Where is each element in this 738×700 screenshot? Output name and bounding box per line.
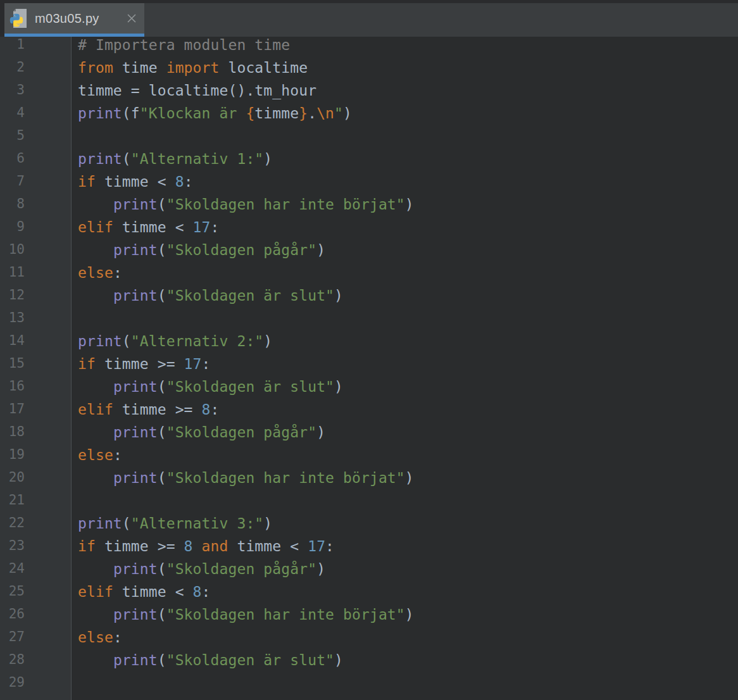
line-number[interactable]: 5 — [0, 128, 71, 151]
code-line[interactable] — [78, 128, 738, 151]
code-line[interactable]: if timme >= 8 and timme < 17: — [78, 538, 738, 561]
code-line[interactable]: print("Skoldagen har inte börjat") — [78, 470, 738, 492]
line-number[interactable]: 11 — [0, 265, 71, 287]
line-number[interactable]: 28 — [0, 652, 71, 675]
code-line[interactable]: print("Skoldagen har inte börjat") — [78, 196, 738, 219]
code-line[interactable]: print("Alternativ 3:") — [78, 515, 738, 538]
code-line[interactable]: print("Skoldagen är slut") — [78, 652, 738, 675]
code-line[interactable]: else: — [78, 447, 738, 470]
code-line[interactable] — [78, 675, 738, 697]
code-line[interactable]: elif timme >= 8: — [78, 401, 738, 424]
tab-close-icon[interactable] — [116, 12, 138, 25]
code-line[interactable]: print("Skoldagen har inte börjat") — [78, 606, 738, 629]
line-number[interactable]: 18 — [0, 424, 71, 447]
code-line[interactable]: elif timme < 8: — [78, 584, 738, 606]
line-number[interactable]: 21 — [0, 492, 71, 515]
code-line[interactable]: print("Skoldagen är slut") — [78, 378, 738, 401]
line-number[interactable]: 29 — [0, 675, 71, 697]
line-number[interactable]: 17 — [0, 401, 71, 424]
line-number[interactable]: 4 — [0, 105, 71, 128]
line-number[interactable]: 1 — [0, 37, 71, 59]
line-number[interactable]: 20 — [0, 470, 71, 492]
code-line[interactable]: print("Skoldagen pågår") — [78, 561, 738, 584]
line-number[interactable]: 22 — [0, 515, 71, 538]
line-number[interactable]: 24 — [0, 561, 71, 584]
line-number[interactable]: 10 — [0, 242, 71, 265]
code-line[interactable]: timme = localtime().tm_hour — [78, 82, 738, 105]
line-number[interactable]: 13 — [0, 310, 71, 333]
tab-m03u05[interactable]: m03u05.py — [4, 3, 144, 37]
code-line[interactable]: if timme >= 17: — [78, 356, 738, 378]
line-number[interactable]: 7 — [0, 173, 71, 196]
line-number[interactable]: 6 — [0, 151, 71, 173]
line-number[interactable]: 2 — [0, 59, 71, 82]
code-line[interactable]: print("Alternativ 1:") — [78, 151, 738, 173]
line-number[interactable]: 16 — [0, 378, 71, 401]
code-line[interactable]: if timme < 8: — [78, 173, 738, 196]
code-line[interactable]: print("Skoldagen pågår") — [78, 242, 738, 265]
code-area[interactable]: # Importera modulen timefrom time import… — [72, 37, 738, 700]
editor-tab-bar: m03u05.py — [0, 0, 738, 37]
line-number[interactable]: 15 — [0, 356, 71, 378]
line-number[interactable]: 26 — [0, 606, 71, 629]
code-line[interactable] — [78, 310, 738, 333]
line-number[interactable]: 19 — [0, 447, 71, 470]
code-line[interactable]: print("Skoldagen pågår") — [78, 424, 738, 447]
line-number[interactable]: 23 — [0, 538, 71, 561]
code-line[interactable]: print("Skoldagen är slut") — [78, 287, 738, 310]
code-line[interactable]: elif timme < 17: — [78, 219, 738, 242]
line-number[interactable]: 27 — [0, 629, 71, 652]
line-number-gutter[interactable]: 1234567891011121314151617181920212223242… — [0, 37, 72, 700]
code-editor: 1234567891011121314151617181920212223242… — [0, 37, 738, 700]
line-number[interactable]: 14 — [0, 333, 71, 356]
line-number[interactable]: 12 — [0, 287, 71, 310]
code-line[interactable] — [78, 492, 738, 515]
code-line[interactable]: print("Alternativ 2:") — [78, 333, 738, 356]
code-line[interactable]: print(f"Klockan är {timme}.\n") — [78, 105, 738, 128]
python-file-icon — [9, 8, 28, 28]
line-number[interactable]: 9 — [0, 219, 71, 242]
line-number[interactable]: 8 — [0, 196, 71, 219]
tab-strip: m03u05.py — [4, 3, 738, 37]
code-line[interactable]: else: — [78, 629, 738, 652]
tab-filename: m03u05.py — [35, 11, 99, 26]
line-number[interactable]: 25 — [0, 584, 71, 606]
code-line[interactable]: else: — [78, 265, 738, 287]
line-number[interactable]: 3 — [0, 82, 71, 105]
code-line[interactable]: from time import localtime — [78, 59, 738, 82]
code-line[interactable]: # Importera modulen time — [78, 37, 738, 59]
